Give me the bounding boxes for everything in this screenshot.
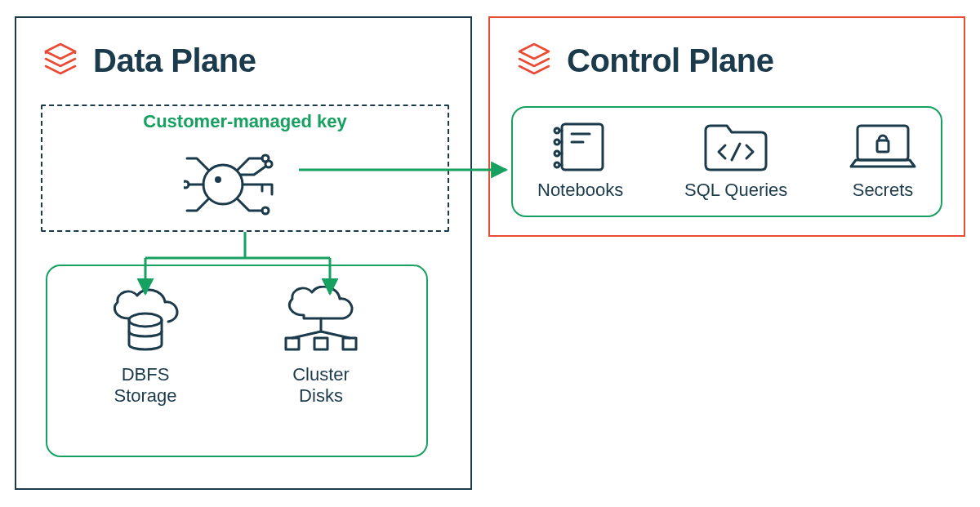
cloud-cluster-icon	[276, 286, 366, 359]
laptop-lock-icon	[846, 119, 920, 175]
customer-managed-key-box: Customer-managed key	[41, 105, 449, 232]
svg-point-8	[129, 314, 162, 327]
control-plane-resources-box: Notebooks SQL Queries Secrets	[511, 106, 942, 217]
databricks-logo-icon	[41, 41, 80, 80]
svg-rect-10	[314, 338, 327, 349]
customer-managed-key-label: Customer-managed key	[42, 111, 448, 132]
control-plane-title: Control Plane	[567, 42, 774, 79]
dbfs-storage-label: DBFS Storage	[114, 364, 176, 407]
code-folder-icon	[701, 119, 771, 175]
databricks-logo-icon	[514, 41, 554, 80]
data-plane-title: Data Plane	[93, 42, 256, 79]
svg-point-1	[215, 176, 221, 183]
notebook-icon	[550, 119, 611, 175]
data-plane-resources-box: DBFS Storage Cluster Disks	[46, 265, 428, 457]
cluster-disks-label: Cluster Disks	[292, 364, 350, 407]
svg-rect-25	[877, 140, 889, 152]
secrets-label: Secrets	[853, 180, 914, 201]
control-plane-header: Control Plane	[490, 18, 964, 88]
svg-point-0	[203, 165, 243, 204]
notebooks-label: Notebooks	[537, 180, 623, 201]
svg-point-3	[265, 161, 272, 167]
dbfs-storage-resource: DBFS Storage	[105, 286, 186, 407]
secrets-resource: Secrets	[846, 119, 920, 201]
svg-point-4	[262, 207, 269, 214]
svg-rect-24	[858, 126, 908, 160]
svg-rect-11	[343, 338, 356, 349]
encryption-key-icon	[184, 142, 306, 227]
svg-line-23	[732, 144, 740, 160]
data-plane-header: Data Plane	[16, 18, 470, 88]
cluster-disks-resource: Cluster Disks	[276, 286, 366, 407]
svg-point-6	[184, 181, 189, 188]
svg-rect-12	[562, 124, 603, 170]
notebooks-resource: Notebooks	[537, 119, 623, 201]
svg-rect-9	[286, 338, 299, 349]
cloud-database-icon	[105, 286, 186, 359]
sql-queries-resource: SQL Queries	[684, 119, 787, 201]
sql-queries-label: SQL Queries	[684, 180, 787, 201]
